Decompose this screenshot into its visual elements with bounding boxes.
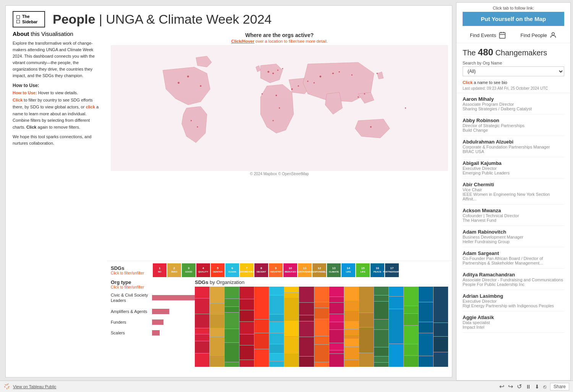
- treemap-cell[interactable]: [374, 347, 388, 356]
- treemap-cell[interactable]: [329, 297, 344, 302]
- treemap-cell[interactable]: [240, 299, 254, 310]
- treemap-cell[interactable]: [240, 345, 254, 360]
- treemap-cell[interactable]: [329, 322, 344, 329]
- treemap-cell[interactable]: [359, 327, 374, 353]
- treemap-cell[interactable]: [434, 323, 448, 336]
- treemap-cell[interactable]: [374, 295, 388, 302]
- treemap-cell[interactable]: [359, 353, 374, 367]
- sdg-icon-17[interactable]: 17PARTNERSHIPS: [385, 263, 399, 277]
- pause-icon[interactable]: ⏸: [526, 384, 531, 390]
- treemap-cell[interactable]: [374, 363, 388, 367]
- treemap-cell[interactable]: [254, 349, 269, 367]
- treemap-cell[interactable]: [225, 287, 239, 298]
- person-item[interactable]: Aaron Mihaly Associate Program Director …: [463, 93, 564, 115]
- person-item[interactable]: Adam Sargeant Co-Founder Pan African Boa…: [463, 247, 564, 269]
- treemap-cell[interactable]: [269, 353, 284, 361]
- treemap-cell[interactable]: [225, 329, 239, 342]
- treemap-cell[interactable]: [329, 287, 344, 297]
- sdg-icon-12[interactable]: 12RESPONSIBLE: [312, 263, 326, 277]
- tableau-text[interactable]: View on Tableau Public: [13, 384, 56, 389]
- person-item[interactable]: Aggie Atlasik Data specialist Impact Int…: [463, 311, 564, 333]
- redo-icon[interactable]: ↪: [508, 383, 513, 390]
- treemap-cell[interactable]: [344, 335, 359, 339]
- org-type-click[interactable]: Click to filter/unfilter: [111, 285, 191, 289]
- treemap-cell[interactable]: [299, 321, 314, 337]
- treemap-cell[interactable]: [240, 360, 254, 367]
- treemap-col[interactable]: [344, 287, 359, 367]
- person-item[interactable]: Ackson Mwanza Cofounder | Technical Dire…: [463, 205, 564, 226]
- treemap-cell[interactable]: [240, 334, 254, 345]
- treemap-cell[interactable]: [254, 333, 269, 349]
- treemap-col[interactable]: [434, 287, 448, 367]
- treemap-cell[interactable]: [269, 361, 284, 367]
- world-map[interactable]: [111, 45, 448, 171]
- treemap-cell[interactable]: [404, 306, 418, 313]
- treemap-cell[interactable]: [314, 308, 329, 319]
- treemap-cell[interactable]: [404, 287, 418, 306]
- treemap-cell[interactable]: [344, 301, 359, 310]
- treemap-cell[interactable]: [329, 354, 344, 367]
- download-icon[interactable]: ⬇: [535, 384, 539, 390]
- treemap-cell[interactable]: [314, 345, 329, 362]
- treemap-cell[interactable]: [240, 322, 254, 334]
- treemap-cell[interactable]: [314, 287, 329, 302]
- treemap-col[interactable]: [299, 287, 314, 367]
- treemap-cell[interactable]: [254, 319, 269, 333]
- treemap-col[interactable]: [240, 287, 254, 367]
- sdg-icon-5[interactable]: 5GENDER: [211, 263, 225, 277]
- treemap-cell[interactable]: [419, 333, 433, 355]
- treemap-col[interactable]: [225, 287, 239, 367]
- treemap-cell[interactable]: [225, 307, 239, 312]
- treemap-cell[interactable]: [254, 287, 269, 319]
- treemap-cell[interactable]: [210, 315, 224, 328]
- treemap-cell[interactable]: [299, 357, 314, 367]
- sdg-icon-7[interactable]: 7AFFORDABLE: [240, 263, 254, 277]
- treemap-cell[interactable]: [329, 330, 344, 342]
- treemap-cell[interactable]: [389, 297, 403, 309]
- treemap-cell[interactable]: [359, 313, 374, 327]
- treemap-cell[interactable]: [434, 287, 448, 323]
- treemap-cell[interactable]: [269, 295, 284, 314]
- person-item[interactable]: Adrian Lasimbng Executive Director Rigt …: [463, 290, 564, 311]
- treemap-cell[interactable]: [419, 356, 433, 367]
- sdgs-click-label[interactable]: Click to filter/unfilter: [111, 271, 149, 275]
- treemap-cell[interactable]: [374, 287, 388, 295]
- sdg-icon-1[interactable]: 1NO: [153, 263, 167, 277]
- treemap-cell[interactable]: [404, 356, 418, 367]
- treemap-col[interactable]: [389, 287, 403, 367]
- treemap-cell[interactable]: [284, 321, 299, 336]
- treemap-cell[interactable]: [434, 337, 448, 352]
- sdg-icon-8[interactable]: 8DECENT: [254, 263, 268, 277]
- person-item[interactable]: Abigail Kajumba Executive Director Emerg…: [463, 157, 564, 179]
- treemap-cell[interactable]: [269, 315, 284, 322]
- treemap-col[interactable]: [359, 287, 374, 367]
- org-type-item[interactable]: Amplifiers & Agents: [111, 309, 191, 314]
- revert-icon[interactable]: ↺: [517, 383, 522, 390]
- treemap-cell[interactable]: [269, 322, 284, 333]
- org-type-item[interactable]: Funders: [111, 319, 191, 325]
- treemap-cell[interactable]: [344, 311, 359, 321]
- treemap-cell[interactable]: [329, 350, 344, 353]
- treemap-cell[interactable]: [225, 362, 239, 367]
- treemap-cell[interactable]: [374, 302, 388, 319]
- treemap-cell[interactable]: [314, 362, 329, 367]
- treemap-cell[interactable]: [284, 293, 299, 298]
- treemap-cell[interactable]: [374, 319, 388, 330]
- treemap-cell[interactable]: [299, 287, 314, 302]
- treemap-col[interactable]: [314, 287, 329, 367]
- treemap-cell[interactable]: [404, 344, 418, 355]
- treemap-col[interactable]: [254, 287, 269, 367]
- sdg-icon-4[interactable]: 4QUALITY: [196, 263, 210, 277]
- treemap-cell[interactable]: [240, 287, 254, 299]
- sdg-icon-11[interactable]: 11SUSTAINABLE: [298, 263, 312, 277]
- treemap-cell[interactable]: [389, 309, 403, 343]
- treemap-cell[interactable]: [314, 319, 329, 336]
- treemap-cell[interactable]: [210, 303, 224, 314]
- treemap-cell[interactable]: [404, 314, 418, 325]
- sdg-icon-14[interactable]: 14LIFE: [342, 263, 355, 277]
- sdg-icon-9[interactable]: 9INDUSTRY: [269, 263, 283, 277]
- treemap-cell[interactable]: [344, 287, 359, 300]
- treemap-col[interactable]: [329, 287, 344, 367]
- treemap-cell[interactable]: [195, 298, 209, 314]
- treemap-cell[interactable]: [419, 322, 433, 333]
